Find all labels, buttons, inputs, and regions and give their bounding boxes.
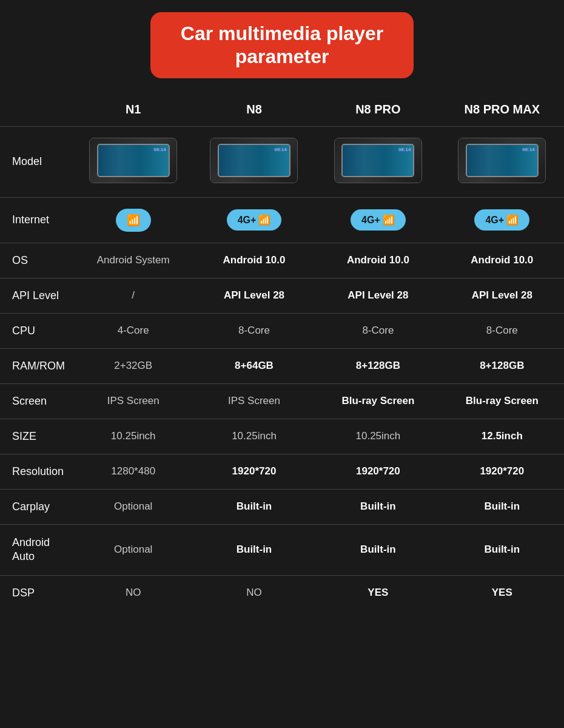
header-title-box: Car multimedia player parameter: [150, 12, 414, 78]
row-os: OS Android System Android 10.0 Android 1…: [0, 243, 564, 278]
label-dsp: DSP: [0, 575, 75, 610]
row-internet: Internet 📶 4G+ 📶 4G+ 📶: [0, 197, 564, 243]
row-api: API Level / API Level 28 API Level 28 AP…: [0, 278, 564, 313]
row-size: SIZE 10.25inch 10.25inch 10.25inch 12.5i…: [0, 419, 564, 454]
carplay-n8promax: Built-in: [440, 489, 564, 524]
screen-type-n8promax: Blu-ray Screen: [440, 383, 564, 419]
dsp-n1: NO: [75, 575, 192, 610]
page-container: Car multimedia player parameter N1 N8 N8…: [0, 0, 564, 610]
model-n8-image: [210, 138, 298, 183]
dsp-n8pro: YES: [316, 575, 440, 610]
cpu-n8pro: 8-Core: [316, 313, 440, 348]
api-n1: /: [75, 278, 192, 313]
carplay-n1: Optional: [75, 489, 192, 524]
badge-4g-n8promax: 4G+ 📶: [474, 209, 529, 231]
api-n8pro: API Level 28: [316, 278, 440, 313]
model-n8-cell: [192, 126, 316, 197]
api-n8: API Level 28: [192, 278, 316, 313]
res-n8promax: 1920*720: [440, 454, 564, 489]
wifi-badge-n1: 📶: [116, 209, 151, 232]
screen-type-n1: IPS Screen: [75, 383, 192, 419]
internet-n8-cell: 4G+ 📶: [192, 197, 316, 243]
wifi-icon-n8pro: 📶: [383, 214, 395, 226]
comparison-table: N1 N8 N8 PRO N8 PRO MAX Model: [0, 96, 564, 610]
ram-n8: 8+64GB: [192, 348, 316, 383]
badge-4g-n8pro: 4G+ 📶: [351, 209, 406, 231]
res-n8pro: 1920*720: [316, 454, 440, 489]
screen-n8promax: [466, 144, 539, 177]
badge-label-n8promax: 4G+: [485, 215, 504, 226]
wifi-icon-n8promax: 📶: [506, 214, 519, 226]
col-header-label: [0, 96, 75, 127]
badge-4g-n8: 4G+ 📶: [227, 209, 282, 231]
res-n1: 1280*480: [75, 454, 192, 489]
col-header-n8: N8: [192, 96, 316, 127]
screen-type-n8pro: Blu-ray Screen: [316, 383, 440, 419]
internet-n1-cell: 📶: [75, 197, 192, 243]
row-resolution: Resolution 1280*480 1920*720 1920*720 19…: [0, 454, 564, 489]
os-n8pro: Android 10.0: [316, 243, 440, 278]
size-n1: 10.25inch: [75, 419, 192, 454]
internet-n8promax-cell: 4G+ 📶: [440, 197, 564, 243]
label-android-auto: Android Auto: [0, 524, 75, 575]
screen-n8: [218, 144, 290, 177]
screen-type-n8: IPS Screen: [192, 383, 316, 419]
badge-label-n8pro: 4G+: [361, 215, 380, 226]
col-header-n1: N1: [75, 96, 192, 127]
page-title: Car multimedia player parameter: [181, 22, 383, 69]
row-dsp: DSP NO NO YES YES: [0, 575, 564, 610]
size-n8: 10.25inch: [192, 419, 316, 454]
label-cpu: CPU: [0, 313, 75, 348]
size-n8promax: 12.5inch: [440, 419, 564, 454]
model-n1-image: [89, 138, 177, 183]
os-n8: Android 10.0: [192, 243, 316, 278]
label-ram: RAM/ROM: [0, 348, 75, 383]
row-android-auto: Android Auto Optional Built-in Built-in …: [0, 524, 564, 575]
label-size: SIZE: [0, 419, 75, 454]
model-n8pro-image: [334, 138, 422, 183]
col-header-n8promax: N8 PRO MAX: [440, 96, 564, 127]
model-n1-cell: [75, 126, 192, 197]
screen-n1: [97, 144, 170, 177]
model-n8promax-cell: [440, 126, 564, 197]
label-screen: Screen: [0, 383, 75, 419]
badge-label-n8: 4G+: [238, 215, 257, 226]
col-header-n8pro: N8 PRO: [316, 96, 440, 127]
os-n8promax: Android 10.0: [440, 243, 564, 278]
size-n8pro: 10.25inch: [316, 419, 440, 454]
android-auto-n8: Built-in: [192, 524, 316, 575]
label-api: API Level: [0, 278, 75, 313]
cpu-n8promax: 8-Core: [440, 313, 564, 348]
cpu-n1: 4-Core: [75, 313, 192, 348]
dsp-n8: NO: [192, 575, 316, 610]
wifi-icon: 📶: [127, 214, 140, 227]
ram-n1: 2+32GB: [75, 348, 192, 383]
screen-n8pro: [341, 144, 414, 177]
row-model: Model: [0, 126, 564, 197]
cpu-n8: 8-Core: [192, 313, 316, 348]
row-carplay: Carplay Optional Built-in Built-in Built…: [0, 489, 564, 524]
row-screen: Screen IPS Screen IPS Screen Blu-ray Scr…: [0, 383, 564, 419]
android-auto-n8promax: Built-in: [440, 524, 564, 575]
model-n8pro-cell: [316, 126, 440, 197]
row-cpu: CPU 4-Core 8-Core 8-Core 8-Core: [0, 313, 564, 348]
label-carplay: Carplay: [0, 489, 75, 524]
label-os: OS: [0, 243, 75, 278]
android-auto-n8pro: Built-in: [316, 524, 440, 575]
label-internet: Internet: [0, 197, 75, 243]
res-n8: 1920*720: [192, 454, 316, 489]
android-auto-n1: Optional: [75, 524, 192, 575]
carplay-n8: Built-in: [192, 489, 316, 524]
os-n1: Android System: [75, 243, 192, 278]
row-ram: RAM/ROM 2+32GB 8+64GB 8+128GB 8+128GB: [0, 348, 564, 383]
internet-n8pro-cell: 4G+ 📶: [316, 197, 440, 243]
model-n8promax-image: [458, 138, 546, 183]
carplay-n8pro: Built-in: [316, 489, 440, 524]
ram-n8pro: 8+128GB: [316, 348, 440, 383]
dsp-n8promax: YES: [440, 575, 564, 610]
table-header-row: N1 N8 N8 PRO N8 PRO MAX: [0, 96, 564, 127]
header-section: Car multimedia player parameter: [0, 0, 564, 96]
wifi-icon-n8: 📶: [258, 214, 270, 226]
api-n8promax: API Level 28: [440, 278, 564, 313]
label-model: Model: [0, 126, 75, 197]
